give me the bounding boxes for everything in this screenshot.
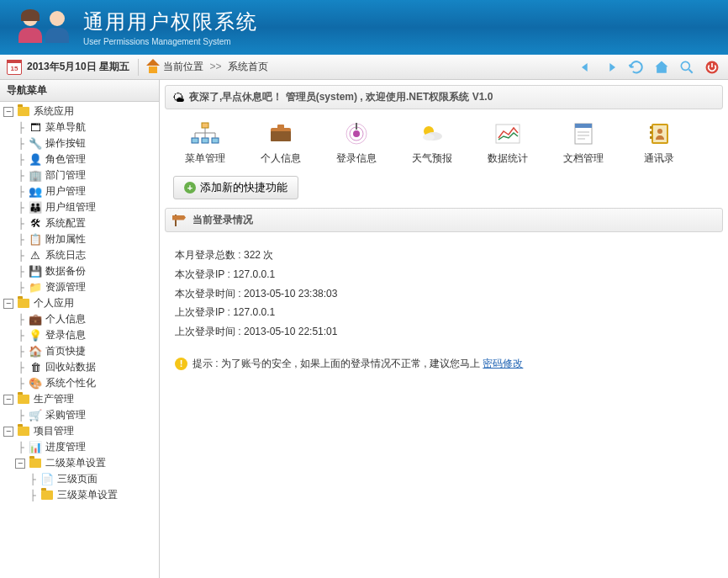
- role-icon: 👤: [29, 153, 42, 167]
- app-subtitle: User Permissions Management System: [83, 37, 258, 46]
- svg-rect-4: [202, 138, 208, 143]
- attr-icon: 📋: [29, 233, 42, 247]
- svg-rect-3: [192, 138, 198, 143]
- tree-item[interactable]: ├💾数据备份: [0, 263, 159, 279]
- tree-item[interactable]: ├🛒采购管理: [0, 407, 159, 423]
- group-icon: 👪: [29, 201, 42, 215]
- login-panel-header: 当前登录情况: [165, 208, 723, 232]
- forward-button[interactable]: [602, 58, 620, 77]
- svg-rect-18: [575, 124, 592, 128]
- folder-icon: [40, 489, 54, 502]
- page-icon: 📄: [40, 473, 54, 486]
- tree-item[interactable]: ├🏠首页快捷: [0, 343, 159, 359]
- svg-point-11: [353, 130, 360, 137]
- tree-toggle[interactable]: −: [15, 459, 25, 469]
- purchase-icon: 🛒: [29, 409, 42, 422]
- shortcut-personal-info[interactable]: 个人信息: [251, 121, 311, 166]
- back-button[interactable]: [577, 58, 595, 77]
- power-button[interactable]: [703, 58, 721, 77]
- sun-icon: 🌤: [172, 91, 184, 104]
- welcome-text: 夜深了,早点休息吧！ 管理员(system) , 欢迎使用.NET权限系统 V1…: [189, 90, 493, 104]
- personal-info-icon: [266, 121, 296, 146]
- home-button[interactable]: [652, 58, 671, 77]
- tree-item[interactable]: ├📁资源管理: [0, 279, 159, 295]
- tree-item[interactable]: ├📊进度管理: [0, 439, 159, 455]
- tree-item[interactable]: ├⚠系统日志: [0, 247, 159, 263]
- tree-toggle[interactable]: −: [3, 395, 13, 405]
- nav-tree: −系统应用├🗔菜单导航├🔧操作按钮├👤角色管理├🏢部门管理├👥用户管理├👪用户组…: [0, 102, 159, 505]
- tree-item[interactable]: ├📋附加属性: [0, 231, 159, 247]
- sidebar: 导航菜单 −系统应用├🗔菜单导航├🔧操作按钮├👤角色管理├🏢部门管理├👥用户管理…: [0, 80, 160, 578]
- shortcut-contacts[interactable]: 通讯录: [629, 121, 689, 166]
- stats-icon: [493, 121, 523, 146]
- log-icon: ⚠: [29, 249, 42, 262]
- home-icon: [147, 61, 159, 73]
- svg-rect-26: [650, 131, 652, 134]
- warning-icon: !: [175, 358, 187, 370]
- tree-group[interactable]: −个人应用: [0, 295, 159, 311]
- tree-item[interactable]: ├👥用户管理: [0, 183, 159, 199]
- tree-item[interactable]: ├💡登录信息: [0, 327, 159, 343]
- tree-item[interactable]: ├🎨系统个性化: [0, 375, 159, 391]
- change-password-link[interactable]: 密码修改: [483, 358, 523, 369]
- tree-item[interactable]: ├👪用户组管理: [0, 199, 159, 215]
- tree-group[interactable]: −生产管理: [0, 391, 159, 407]
- svg-rect-5: [212, 138, 219, 143]
- app-title: 通用用户权限系统: [83, 8, 258, 35]
- folder-icon: [29, 457, 42, 470]
- user-icon: 👥: [29, 185, 42, 199]
- svg-point-0: [681, 61, 689, 70]
- tree-toggle[interactable]: −: [3, 107, 13, 117]
- tree-item[interactable]: ├🔧操作按钮: [0, 135, 159, 151]
- theme-icon: 🎨: [29, 377, 42, 390]
- separator: [138, 59, 139, 76]
- svg-rect-25: [650, 126, 652, 129]
- avatar-female-icon: [17, 11, 44, 45]
- dept-icon: 🏢: [29, 169, 42, 183]
- shortcut-menu-mgmt[interactable]: 菜单管理: [175, 121, 235, 166]
- tree-item[interactable]: ├👤角色管理: [0, 151, 159, 167]
- refresh-button[interactable]: [627, 58, 646, 77]
- security-hint: ! 提示 : 为了账号的安全 , 如果上面的登录情况不正常 , 建议您马上 密码…: [165, 348, 723, 379]
- avatar-male-icon: [44, 11, 71, 45]
- shortcut-login-info[interactable]: 登录信息: [326, 121, 387, 166]
- login-info-icon: [341, 121, 372, 146]
- backup-icon: 💾: [29, 265, 42, 278]
- tree-toggle[interactable]: −: [3, 427, 13, 437]
- tree-item[interactable]: ├🛠系统配置: [0, 215, 159, 231]
- tree-item[interactable]: ├三级菜单设置: [0, 487, 159, 503]
- add-shortcut-button[interactable]: + 添加新的快捷功能: [173, 176, 298, 199]
- tree-item[interactable]: ├🗑回收站数据: [0, 359, 159, 375]
- tree-toggle[interactable]: −: [3, 299, 13, 309]
- search-button[interactable]: [678, 58, 696, 77]
- tree-item[interactable]: ├💼个人信息: [0, 311, 159, 327]
- breadcrumb-current[interactable]: 系统首页: [228, 61, 268, 72]
- calendar-icon: 15: [7, 60, 22, 75]
- weather-icon: [417, 121, 447, 146]
- resource-icon: 📁: [29, 281, 42, 294]
- contacts-icon: [644, 121, 674, 146]
- login-info: 本月登录总数 : 322 次 本次登录IP : 127.0.0.1 本次登录时间…: [165, 239, 723, 348]
- tree-group[interactable]: −项目管理: [0, 423, 159, 439]
- menu-icon: 🗔: [29, 121, 42, 135]
- shortcut-docs[interactable]: 文档管理: [553, 121, 614, 166]
- toolbar: 15 2013年5月10日 星期五 当前位置 >> 系统首页: [0, 55, 728, 80]
- svg-point-24: [657, 129, 662, 134]
- sidebar-header: 导航菜单: [0, 80, 159, 102]
- tree-item[interactable]: −二级菜单设置: [0, 455, 159, 471]
- svg-point-15: [423, 134, 435, 141]
- tree-item[interactable]: ├🏢部门管理: [0, 167, 159, 183]
- svg-rect-27: [650, 136, 652, 139]
- shortcut-weather[interactable]: 天气预报: [402, 121, 462, 166]
- shortcut-icon: 🏠: [29, 345, 42, 358]
- avatar-group: [17, 11, 71, 45]
- config-icon: 🛠: [29, 217, 42, 231]
- tree-item[interactable]: ├🗔菜单导航: [0, 119, 159, 135]
- menu-mgmt-icon: [190, 121, 220, 146]
- app-header: 通用用户权限系统 User Permissions Management Sys…: [0, 0, 728, 55]
- breadcrumb: 当前位置 >> 系统首页: [163, 60, 268, 74]
- tree-item[interactable]: ├📄三级页面: [0, 471, 159, 487]
- svg-rect-7: [271, 131, 291, 141]
- tree-group[interactable]: −系统应用: [0, 103, 159, 119]
- shortcut-stats[interactable]: 数据统计: [477, 121, 538, 166]
